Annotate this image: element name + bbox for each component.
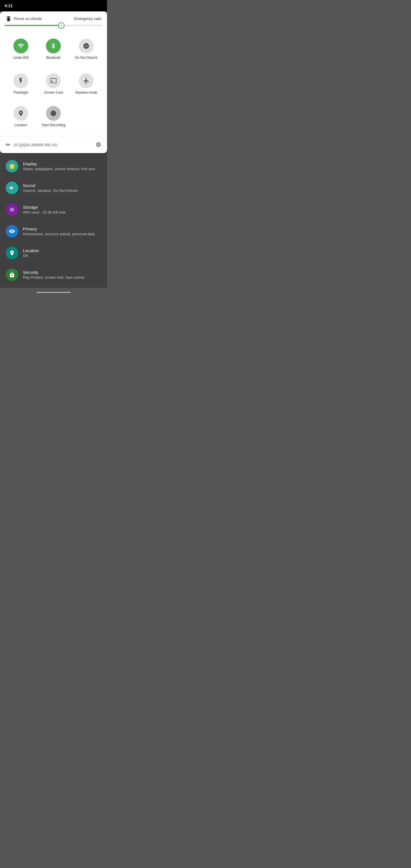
screencast-label: Screen Cast (44, 91, 63, 94)
bluetooth-label: Bluetooth (46, 56, 61, 60)
settings-item-display[interactable]: 🌟 Display Styles, wallpapers, screen tim… (0, 155, 107, 177)
brightness-container: ✦ (0, 25, 107, 32)
settings-item-sound[interactable]: Sound Volume, vibration, Do Not Disturb (0, 177, 107, 199)
quick-settings-panel: 📳 Phone on vibrate Emergency calls ✦ Lin… (0, 11, 107, 153)
storage-icon (6, 203, 18, 216)
screencast-icon-circle (46, 73, 61, 88)
vibrate-label: Phone on vibrate (14, 17, 42, 21)
settings-item-location[interactable]: Location Off (0, 242, 107, 264)
record-icon-circle (46, 106, 61, 121)
storage-title: Storage (23, 205, 101, 210)
start-recording-label: Start Recording (42, 123, 65, 127)
qs-header: 📳 Phone on vibrate Emergency calls (0, 11, 107, 25)
tile-wifi[interactable]: Linda-058 (5, 34, 37, 64)
wifi-icon (18, 42, 24, 50)
location-settings-subtitle: Off (23, 253, 101, 258)
tile-start-recording[interactable]: Start Recording (37, 101, 70, 132)
empty-tile (70, 101, 102, 132)
airplane-label: Airplane mode (75, 91, 97, 94)
security-title: Security (23, 270, 101, 275)
storage-subtitle: 49% used · 32.36 GB free (23, 210, 101, 214)
status-bar: 4:11 (0, 0, 107, 11)
qs-tiles-row3: Location Start Recording (0, 101, 107, 136)
display-icon: 🌟 (6, 160, 18, 173)
vibrate-status: 📳 Phone on vibrate (6, 16, 42, 22)
qs-footer: ✏ 10 (QQ3A.200605.002.A1) ⚙ (0, 136, 107, 153)
brightness-fill (5, 25, 61, 26)
location-text: Location Off (23, 248, 101, 258)
privacy-text: Privacy Permissions, account activity, p… (23, 226, 101, 236)
tile-screencast[interactable]: Screen Cast (37, 69, 70, 99)
settings-item-privacy[interactable]: Privacy Permissions, account activity, p… (0, 220, 107, 242)
edit-icon[interactable]: ✏ (6, 141, 10, 148)
settings-icon[interactable]: ⚙ (96, 141, 101, 149)
vibrate-icon: 📳 (6, 16, 11, 22)
security-icon (6, 269, 18, 281)
tile-bluetooth[interactable]: Bluetooth (37, 34, 70, 64)
dnd-icon-circle (79, 38, 94, 53)
location-icon-circle (13, 106, 28, 121)
qs-tiles-row2: Flashlight Screen Cast Airplane mode (0, 66, 107, 101)
tile-airplane[interactable]: Airplane mode (70, 69, 102, 99)
sound-text: Sound Volume, vibration, Do Not Disturb (23, 183, 101, 193)
flashlight-icon-circle (13, 73, 28, 88)
flashlight-label: Flashlight (13, 91, 28, 94)
dnd-icon (83, 42, 90, 50)
security-subtitle: Play Protect, screen lock, face unlock (23, 275, 101, 280)
qs-tiles-row1: Linda-058 Bluetooth Do Not Disturb (0, 32, 107, 66)
privacy-icon (6, 225, 18, 238)
bluetooth-icon-circle (46, 38, 61, 53)
display-title: Display (23, 161, 101, 166)
privacy-subtitle: Permissions, account activity, personal … (23, 232, 101, 236)
record-dot-icon (51, 111, 56, 116)
wifi-label: Linda-058 (13, 56, 28, 60)
sound-icon (6, 182, 18, 194)
build-number: 10 (QQ3A.200605.002.A1) (13, 143, 58, 147)
home-indicator[interactable] (36, 292, 71, 293)
tile-location[interactable]: Location (5, 101, 37, 132)
brightness-track[interactable]: ✦ (5, 25, 102, 26)
home-indicator-container (0, 288, 107, 297)
bluetooth-icon (50, 42, 57, 50)
sound-title: Sound (23, 183, 101, 188)
display-subtitle: Styles, wallpapers, screen timeout, font… (23, 167, 101, 171)
brightness-thumb[interactable]: ✦ (58, 22, 64, 29)
footer-left: ✏ 10 (QQ3A.200605.002.A1) (6, 141, 58, 148)
sound-subtitle: Volume, vibration, Do Not Disturb (23, 188, 101, 193)
dnd-label: Do Not Disturb (75, 56, 97, 60)
screencast-icon (50, 78, 57, 84)
settings-item-security[interactable]: Security Play Protect, screen lock, face… (0, 264, 107, 285)
wifi-icon-circle (13, 38, 28, 53)
location-icon (18, 110, 24, 117)
status-time: 4:11 (5, 3, 12, 8)
location-settings-icon (6, 247, 18, 259)
airplane-icon-circle (79, 73, 94, 88)
airplane-icon (83, 78, 90, 84)
location-label: Location (14, 123, 27, 127)
location-settings-title: Location (23, 248, 101, 253)
tile-flashlight[interactable]: Flashlight (5, 69, 37, 99)
storage-text: Storage 49% used · 32.36 GB free (23, 205, 101, 214)
privacy-title: Privacy (23, 226, 101, 231)
flashlight-icon (18, 78, 24, 84)
emergency-calls-label: Emergency calls (74, 17, 101, 21)
display-text: Display Styles, wallpapers, screen timeo… (23, 161, 101, 171)
settings-item-storage[interactable]: Storage 49% used · 32.36 GB free (0, 199, 107, 220)
brightness-icon: ✦ (60, 24, 63, 27)
settings-background: 🌟 Display Styles, wallpapers, screen tim… (0, 153, 107, 288)
tile-dnd[interactable]: Do Not Disturb (70, 34, 102, 64)
security-text: Security Play Protect, screen lock, face… (23, 270, 101, 280)
